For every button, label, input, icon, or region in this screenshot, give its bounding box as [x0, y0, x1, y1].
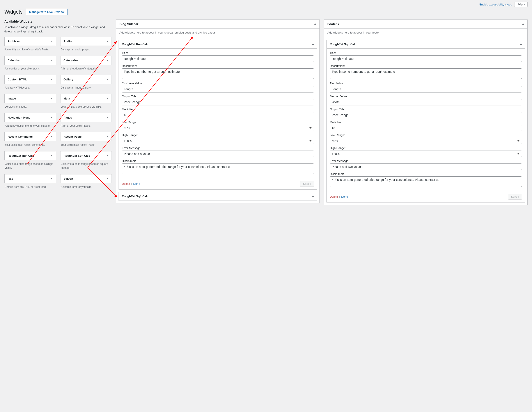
- available-widget-calendar[interactable]: Calendar: [4, 56, 56, 65]
- done-widget-link[interactable]: Done: [341, 195, 348, 198]
- field-label-title: Title:: [330, 51, 522, 55]
- field-label-customer-value: Customer Value:: [122, 82, 314, 85]
- caret-up-icon: [314, 23, 316, 25]
- widget-name: Meta: [64, 97, 70, 100]
- first-value-input[interactable]: [330, 86, 522, 93]
- field-label-first-value: First Value:: [330, 82, 522, 85]
- widget-description: Login, RSS, & WordPress.org links.: [60, 103, 112, 111]
- description-textarea[interactable]: [330, 68, 522, 79]
- available-widget-navigation-menu[interactable]: Navigation Menu: [4, 113, 56, 122]
- multiplier-input[interactable]: [122, 112, 314, 118]
- caret-down-icon: [51, 60, 53, 61]
- field-label-high-range: High Range:: [122, 134, 314, 137]
- widget-description: Your site's most recent comments.: [4, 141, 56, 149]
- disclaimer-textarea[interactable]: [122, 163, 314, 174]
- widget-name: Recent Comments: [8, 135, 33, 138]
- customer-value-input[interactable]: [122, 86, 314, 93]
- field-label-title: Title:: [122, 51, 314, 55]
- second-value-input[interactable]: [330, 99, 522, 105]
- caret-down-icon: [107, 41, 108, 42]
- field-label-low-range: Low Range:: [330, 134, 522, 137]
- disclaimer-textarea[interactable]: [330, 176, 522, 187]
- high-range-select[interactable]: 120%: [122, 138, 314, 144]
- widget-name: Recent Posts: [64, 135, 82, 138]
- available-widget-recent-posts[interactable]: Recent Posts: [60, 132, 112, 141]
- error-message-input[interactable]: [122, 151, 314, 157]
- widget-name: Navigation Menu: [8, 116, 30, 119]
- widget-title: RoughEst Sqft Calc: [330, 42, 356, 46]
- available-widget-pages[interactable]: Pages: [60, 113, 112, 122]
- low-range-select[interactable]: 60%: [122, 125, 314, 131]
- widget-title: RoughEst Sqft Calc: [122, 195, 148, 198]
- available-widget-recent-comments[interactable]: Recent Comments: [4, 132, 56, 141]
- description-textarea[interactable]: [122, 68, 314, 79]
- caret-down-icon: [523, 4, 525, 5]
- widget-name: Categories: [64, 59, 78, 62]
- widget-description: A list of your site's Pages.: [60, 122, 112, 130]
- available-widget-rss[interactable]: RSS: [4, 174, 56, 183]
- caret-up-icon: [522, 23, 524, 25]
- output-title-input[interactable]: [330, 112, 522, 118]
- available-widget-audio[interactable]: Audio: [60, 37, 112, 46]
- available-widget-gallery[interactable]: Gallery: [60, 75, 112, 84]
- caret-up-icon: [312, 43, 314, 45]
- title-input[interactable]: [330, 56, 522, 62]
- available-widget-image[interactable]: Image: [4, 94, 56, 103]
- widget-description: A search form for your site.: [60, 183, 112, 192]
- help-label: Help: [517, 3, 522, 6]
- page-title: Widgets: [4, 9, 23, 15]
- widget-title: RoughEst Run Calc: [122, 42, 148, 46]
- multiplier-input[interactable]: [330, 125, 522, 131]
- widget-name: Gallery: [64, 78, 73, 81]
- output-title-input[interactable]: [122, 99, 314, 105]
- widget-description: Displays an audio player.: [60, 46, 112, 54]
- caret-down-icon: [51, 155, 53, 156]
- available-widget-custom-html[interactable]: Custom HTML: [4, 75, 56, 84]
- caret-down-icon: [51, 41, 53, 42]
- widget-name: Custom HTML: [8, 78, 27, 81]
- field-label-error: Error Message:: [330, 159, 522, 163]
- field-label-multiplier: Multiplier:: [122, 108, 314, 111]
- field-label-low-range: Low Range:: [122, 121, 314, 124]
- title-input[interactable]: [122, 56, 314, 62]
- field-label-multiplier: Multiplier:: [330, 121, 522, 124]
- widget-name: Calendar: [8, 59, 20, 62]
- error-message-input[interactable]: [330, 163, 522, 170]
- caret-down-icon: [51, 98, 53, 99]
- available-widget-archives[interactable]: Archives: [4, 37, 56, 46]
- caret-down-icon: [51, 178, 53, 179]
- done-widget-link[interactable]: Done: [133, 182, 140, 185]
- accessibility-mode-link[interactable]: Enable accessibility mode: [479, 3, 512, 6]
- widget-description: A monthly archive of your site's Posts.: [4, 46, 56, 54]
- available-widget-roughest-sqft-calc[interactable]: RoughEst Sqft Calc: [60, 151, 112, 160]
- widget-description: A list or dropdown of categories.: [60, 65, 112, 73]
- delete-widget-link[interactable]: Delete: [122, 182, 130, 185]
- separator: |: [131, 182, 132, 185]
- widget-description: Your site's most recent Posts.: [60, 141, 112, 149]
- delete-widget-link[interactable]: Delete: [330, 195, 338, 198]
- widget-header-roughest-sqft[interactable]: RoughEst Sqft Calc: [119, 192, 317, 201]
- sidebar-area-blog-sidebar[interactable]: Blog Sidebar: [116, 20, 319, 29]
- widget-description: Arbitrary HTML code.: [4, 84, 56, 92]
- sidebar-area-footer-2[interactable]: Footer 2: [324, 20, 527, 29]
- available-widget-meta[interactable]: Meta: [60, 94, 112, 103]
- help-button[interactable]: Help: [514, 2, 528, 7]
- separator: |: [339, 195, 340, 198]
- available-widget-categories[interactable]: Categories: [60, 56, 112, 65]
- available-widget-search[interactable]: Search: [60, 174, 112, 183]
- caret-down-icon: [51, 117, 53, 118]
- low-range-select[interactable]: 60%: [330, 138, 522, 144]
- widget-header-roughest-sqft[interactable]: RoughEst Sqft Calc: [327, 40, 525, 49]
- high-range-select[interactable]: 120%: [330, 151, 522, 157]
- field-label-second-value: Second Value:: [330, 95, 522, 98]
- manage-live-preview-button[interactable]: Manage with Live Preview: [26, 9, 67, 15]
- field-label-error: Error Message:: [122, 146, 314, 150]
- available-widget-roughest-run-calc[interactable]: RoughEst Run Calc: [4, 151, 56, 160]
- field-label-output-title: Output Title:: [330, 108, 522, 111]
- field-label-disclaimer: Disclaimer:: [330, 172, 522, 175]
- widget-header-roughest-run[interactable]: RoughEst Run Calc: [119, 40, 317, 49]
- sidebar-area-description: Add widgets here to appear in your foote…: [324, 29, 527, 38]
- widget-name: RoughEst Sqft Calc: [64, 154, 90, 157]
- widget-name: Pages: [64, 116, 72, 119]
- widget-name: Image: [8, 97, 16, 100]
